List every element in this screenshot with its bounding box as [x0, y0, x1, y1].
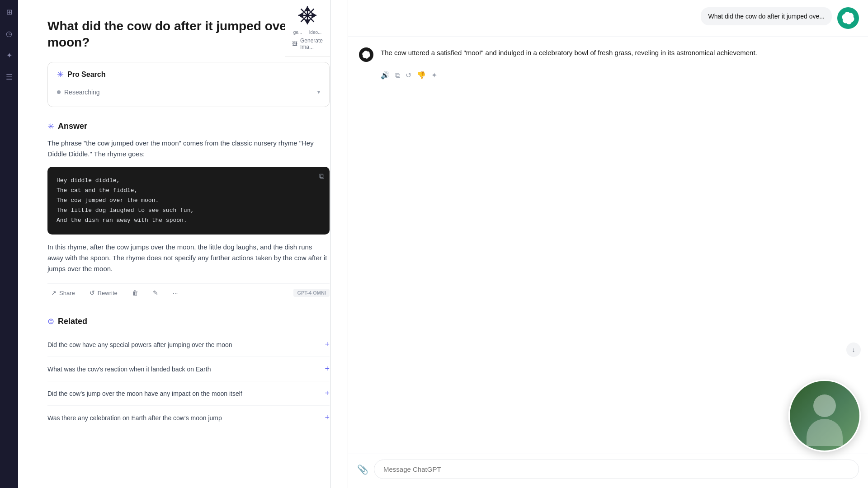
related-item-4[interactable]: Was there any celebration on Earth after…: [47, 406, 330, 430]
tab-ideo[interactable]: ideo...: [307, 29, 324, 36]
related-item-text-1: Did the cow have any special powers afte…: [47, 341, 319, 348]
generate-image-label: Generate Ima...: [300, 38, 323, 50]
perplexity-nav-tabs: ge... ideo...: [291, 29, 325, 36]
related-section: ⊜ Related Did the cow have any special p…: [47, 316, 330, 430]
right-panel: What did the cow do after it jumped ove.…: [348, 0, 868, 488]
scroll-down-button[interactable]: ↓: [846, 343, 861, 357]
sidebar-icon-3[interactable]: ✦: [3, 49, 15, 61]
chatgpt-response-row: The cow uttered a satisfied "moo!" and i…: [359, 47, 857, 62]
rewrite-icon: ↺: [90, 289, 95, 296]
copy-button[interactable]: ⧉: [319, 172, 324, 180]
researching-left: Researching: [57, 89, 100, 96]
related-item-2[interactable]: What was the cow's reaction when it land…: [47, 357, 330, 381]
related-plus-icon-4: +: [325, 413, 330, 422]
user-message-bubble: What did the cow do after it jumped ove.…: [701, 7, 832, 25]
chatgpt-input-area: 📎: [348, 454, 868, 488]
related-section-header: ⊜ Related: [47, 316, 330, 326]
edit-icon: ✎: [153, 289, 158, 296]
pro-search-header: ✳ Pro Search: [57, 70, 320, 80]
answer-intro: The phrase "the cow jumped over the moon…: [47, 138, 330, 160]
perplexity-logo-area: ge... ideo... 🖼 Generate Ima...: [285, 0, 330, 57]
video-feed-placeholder: [790, 381, 859, 450]
model-badge: GPT-4 OMNI: [293, 289, 330, 297]
divider: [330, 0, 330, 488]
related-title: Related: [58, 317, 87, 326]
volume-icon[interactable]: 🔊: [381, 71, 390, 80]
pro-search-label: Pro Search: [67, 70, 105, 79]
related-icon: ⊜: [47, 316, 54, 326]
perplexity-logo-svg: [297, 5, 318, 26]
generate-image-button[interactable]: 🖼 Generate Ima...: [288, 36, 326, 52]
sidebar-icon-2[interactable]: ◷: [3, 27, 15, 40]
answer-title: Answer: [58, 122, 87, 131]
chatgpt-logo: [842, 12, 854, 24]
rewrite-button[interactable]: ↺ Rewrite: [86, 287, 121, 298]
refresh-icon[interactable]: ↺: [406, 71, 411, 80]
trash-icon: 🗑: [132, 289, 138, 296]
related-item-3[interactable]: Did the cow's jump over the moon have an…: [47, 381, 330, 406]
chatgpt-brand-button[interactable]: [837, 7, 859, 29]
scroll-down-icon: ↓: [852, 346, 855, 353]
sidebar-icon-1[interactable]: ⊞: [3, 5, 15, 18]
delete-button[interactable]: 🗑: [128, 287, 142, 298]
chatgpt-avatar-icon: [362, 51, 370, 59]
chatgpt-response-text: The cow uttered a satisfied "moo!" and i…: [381, 47, 857, 58]
pro-search-box: ✳ Pro Search Researching ▾: [47, 62, 330, 107]
more-button[interactable]: ···: [169, 287, 182, 298]
svg-marker-5: [304, 19, 311, 24]
code-content: Hey diddle diddle, The cat and the fiddl…: [57, 176, 321, 225]
generate-image-icon: 🖼: [292, 41, 297, 47]
svg-marker-6: [298, 12, 304, 19]
thumbs-down-icon[interactable]: 👎: [417, 71, 426, 80]
chevron-down-icon[interactable]: ▾: [317, 89, 320, 95]
code-block: ⧉ Hey diddle diddle, The cat and the fid…: [47, 167, 330, 235]
related-plus-icon-2: +: [325, 364, 330, 374]
related-item-text-2: What was the cow's reaction when it land…: [47, 366, 319, 373]
related-plus-icon-1: +: [325, 340, 330, 349]
share-icon: ↗: [51, 289, 57, 296]
tab-ge[interactable]: ge...: [291, 29, 305, 36]
share-label: Share: [59, 290, 75, 296]
rewrite-label: Rewrite: [98, 290, 118, 296]
edit-button[interactable]: ✎: [149, 287, 162, 298]
sidebar: ⊞ ◷ ✦ ☰: [0, 0, 18, 488]
share-button[interactable]: ↗ Share: [47, 287, 79, 298]
answer-section-header: ✳ Answer: [47, 122, 330, 131]
sidebar-icon-4[interactable]: ☰: [3, 70, 15, 83]
pro-search-icon: ✳: [57, 70, 64, 80]
researching-row: Researching ▾: [57, 85, 320, 99]
svg-marker-4: [304, 6, 311, 12]
related-item-text-4: Was there any celebration on Earth after…: [47, 414, 319, 422]
left-panel: What did the cow do after it jumped over…: [18, 0, 348, 488]
status-dot: [57, 90, 61, 94]
answer-followup: In this rhyme, after the cow jumps over …: [47, 242, 330, 274]
svg-marker-7: [311, 12, 316, 19]
chatgpt-avatar: [359, 47, 373, 62]
chatgpt-header: What did the cow do after it jumped ove.…: [348, 0, 868, 37]
related-plus-icon-3: +: [325, 389, 330, 398]
answer-icon: ✳: [47, 122, 54, 131]
video-feed: [788, 380, 861, 452]
chatgpt-input[interactable]: [374, 460, 859, 479]
more-icon: ···: [173, 289, 178, 296]
action-bar: ↗ Share ↺ Rewrite 🗑 ✎ ··· GPT-4 OMNI: [47, 283, 330, 302]
related-item-text-3: Did the cow's jump over the moon have an…: [47, 390, 319, 397]
response-actions: 🔊 ⧉ ↺ 👎 ✦: [359, 71, 857, 80]
researching-text: Researching: [64, 89, 100, 96]
related-item-1[interactable]: Did the cow have any special powers afte…: [47, 333, 330, 357]
attachment-icon[interactable]: 📎: [357, 464, 368, 475]
sparkle-icon[interactable]: ✦: [431, 71, 437, 80]
copy-icon[interactable]: ⧉: [395, 71, 400, 80]
chatgpt-response-area: The cow uttered a satisfied "moo!" and i…: [348, 37, 868, 454]
